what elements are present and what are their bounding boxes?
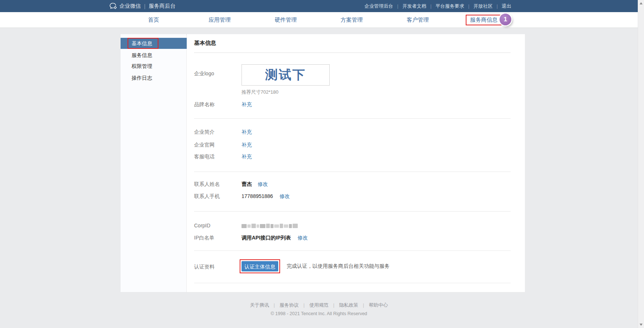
sidebar-item-service-info[interactable]: 服务信息 [121, 52, 187, 59]
company-intro-add-link[interactable]: 补充 [242, 129, 252, 135]
footer-link-about-tencent[interactable]: 关于腾讯 [250, 302, 269, 308]
contact-name-label: 联系人姓名 [194, 180, 220, 188]
wecom-bubble-icon [110, 3, 117, 10]
corpid-masked-value [242, 224, 298, 228]
product-name: 企业微信 [119, 3, 141, 10]
tab-home[interactable]: 首页 [148, 17, 159, 24]
step-badge-1: 1 [500, 14, 511, 25]
sidebar-item-operation-log[interactable]: 操作日志 [121, 75, 187, 82]
divider [194, 211, 511, 212]
footer-link-privacy-policy[interactable]: 隐私政策 [339, 302, 358, 308]
topbar-link-logout[interactable]: 退出 [502, 3, 511, 10]
topbar-link-separator: | [430, 4, 432, 9]
annotation-box-basic-info [128, 38, 158, 49]
brand-separator: | [144, 3, 146, 9]
tab-hardware-management[interactable]: 硬件管理 [275, 17, 297, 24]
primary-nav: 首页 应用管理 硬件管理 方案管理 客户管理 服务商信息 [0, 12, 638, 28]
topbar: 企业微信 | 服务商后台 企业管理后台 | 开发者文档 | 平台服务要求 | 开… [0, 0, 638, 12]
corp-logo-text: 测试下 [265, 66, 306, 83]
copyright: © 1998 - 2021 Tencent Inc. All Rights Re… [0, 311, 638, 316]
service-phone-add-link[interactable]: 补充 [242, 154, 252, 159]
verification-description: 完成认证，以使用服务商后台相关功能与服务 [287, 263, 390, 270]
topbar-link-separator: | [468, 4, 469, 9]
tab-solution-management[interactable]: 方案管理 [341, 17, 363, 24]
divider [194, 118, 511, 119]
corp-logo-image[interactable]: 测试下 [242, 64, 330, 86]
topbar-link-developer-docs[interactable]: 开发者文档 [402, 3, 426, 10]
divider [194, 172, 511, 172]
divider [194, 283, 511, 283]
footer-separator: | [333, 303, 334, 308]
ip-whitelist-label: IP白名单 [194, 234, 214, 241]
contact-name-value: 曹杰 [242, 181, 252, 187]
footer-separator: | [363, 303, 364, 308]
corpid-label: CorpID [194, 222, 210, 229]
console-name: 服务商后台 [149, 3, 176, 10]
page-title: 基本信息 [194, 40, 216, 47]
ip-whitelist-value: 调用API接口的IP列表 [242, 235, 291, 241]
sidebar: 基本信息 服务信息 权限管理 操作日志 [121, 34, 187, 292]
brand: 企业微信 | 服务商后台 [110, 0, 175, 12]
topbar-link-open-community[interactable]: 开放社区 [473, 3, 493, 10]
logo-size-hint: 推荐尺寸702*180 [242, 89, 278, 95]
footer-link-service-agreement[interactable]: 服务协议 [280, 302, 299, 308]
corp-logo-label: 企业logo [194, 70, 214, 77]
topbar-link-admin-console[interactable]: 企业管理后台 [365, 3, 393, 10]
contact-name-edit-link[interactable]: 修改 [258, 181, 268, 187]
footer: 关于腾讯 | 服务协议 | 使用规范 | 隐私政策 | 帮助中心 © 1998 … [0, 302, 638, 316]
annotation-box-verify-button: 认证主体信息 [240, 259, 280, 273]
sidebar-item-permission-management[interactable]: 权限管理 [121, 63, 187, 70]
verify-subject-info-button[interactable]: 认证主体信息 [242, 261, 278, 271]
scroll-up-icon[interactable] [640, 2, 643, 4]
contact-mobile-label: 联系人手机 [194, 192, 220, 200]
footer-separator: | [274, 303, 275, 308]
company-site-label: 企业官网 [194, 141, 215, 148]
footer-separator: | [303, 303, 304, 308]
tab-app-management[interactable]: 应用管理 [209, 17, 231, 24]
footer-link-help-center[interactable]: 帮助中心 [369, 302, 388, 308]
topbar-link-platform-requirements[interactable]: 平台服务要求 [436, 3, 464, 10]
service-phone-label: 客服电话 [194, 153, 215, 160]
annotation-box-provider-info: 服务商信息 [466, 15, 502, 25]
contact-mobile-edit-link[interactable]: 修改 [280, 193, 290, 199]
brand-name-label: 品牌名称 [194, 101, 215, 108]
tab-provider-info[interactable]: 服务商信息 [470, 17, 498, 23]
divider [194, 53, 511, 53]
topbar-link-separator: | [397, 4, 398, 9]
vertical-scrollbar[interactable] [638, 0, 644, 328]
brand-name-add-link[interactable]: 补充 [242, 101, 252, 107]
topbar-link-separator: | [497, 4, 498, 9]
company-site-add-link[interactable]: 补充 [242, 142, 252, 148]
topbar-links: 企业管理后台 | 开发者文档 | 平台服务要求 | 开放社区 | 退出 [365, 0, 512, 12]
verification-label: 认证资料 [194, 263, 215, 270]
ip-whitelist-edit-link[interactable]: 修改 [297, 235, 308, 241]
company-intro-label: 企业简介 [194, 128, 215, 136]
tab-customer-management[interactable]: 客户管理 [407, 17, 429, 24]
contact-mobile-value: 17788951886 [242, 193, 273, 199]
footer-link-usage-rules[interactable]: 使用规范 [310, 302, 329, 308]
divider [194, 250, 511, 251]
main-card: 基本信息 服务信息 权限管理 操作日志 基本信息 企业logo 测试下 推荐尺寸… [121, 34, 525, 292]
scroll-down-icon[interactable] [640, 324, 643, 326]
